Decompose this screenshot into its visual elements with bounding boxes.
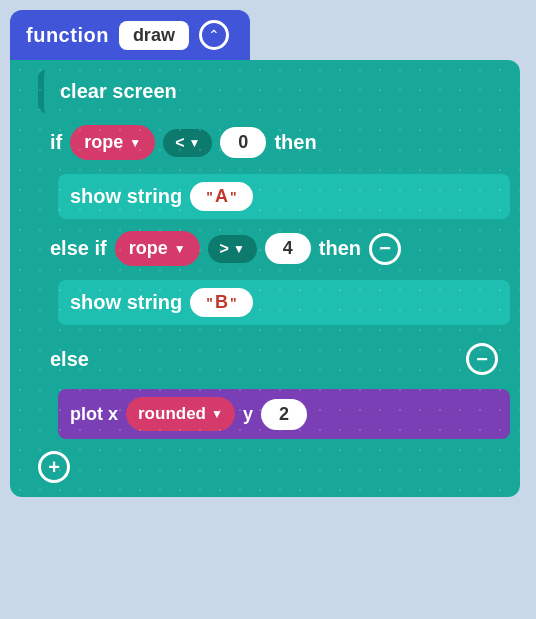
function-keyword: function	[26, 24, 109, 47]
quote-close-a: "	[230, 189, 237, 205]
rope-label-1: rope	[84, 132, 123, 153]
string-b-pill: " B "	[190, 288, 252, 317]
else-if-value[interactable]: 4	[265, 233, 311, 264]
function-header: function draw ⌃	[10, 10, 250, 60]
quote-open-a: "	[206, 189, 213, 205]
collapse-icon: ⌃	[208, 27, 220, 43]
rope-caret-2: ▼	[174, 242, 186, 256]
y-label: y	[243, 404, 253, 425]
rounded-dropdown[interactable]: rounded ▼	[126, 397, 235, 431]
else-block: else −	[38, 333, 510, 385]
clear-screen-label: clear screen	[60, 80, 177, 102]
quote-open-b: "	[206, 295, 213, 311]
lt-operator-label: <	[175, 134, 184, 152]
workspace: function draw ⌃ clear screen if rope ▼ <…	[10, 10, 526, 497]
string-b-value: B	[215, 292, 228, 313]
gt-operator-label: >	[220, 240, 229, 258]
rounded-caret: ▼	[211, 407, 223, 421]
rope-caret-1: ▼	[129, 136, 141, 150]
show-string-label-1: show string	[70, 185, 182, 208]
rope-dropdown-2[interactable]: rope ▼	[115, 231, 200, 266]
minus-icon-1: −	[379, 237, 391, 260]
string-a-pill: " A "	[190, 182, 252, 211]
remove-else-button[interactable]: −	[466, 343, 498, 375]
remove-else-if-button[interactable]: −	[369, 233, 401, 265]
rope-label-2: rope	[129, 238, 168, 259]
quote-close-b: "	[230, 295, 237, 311]
if-keyword: if	[50, 131, 62, 154]
rope-dropdown-1[interactable]: rope ▼	[70, 125, 155, 160]
add-button-row: +	[38, 443, 510, 487]
else-if-block: else if rope ▼ > ▼ 4 then −	[38, 223, 510, 274]
then-keyword-2: then	[319, 237, 361, 260]
minus-icon-2: −	[476, 348, 488, 371]
collapse-button[interactable]: ⌃	[199, 20, 229, 50]
gt-operator-dropdown[interactable]: > ▼	[208, 235, 257, 263]
function-name: draw	[119, 21, 189, 50]
plot-label: plot x	[70, 404, 118, 425]
string-a-value: A	[215, 186, 228, 207]
show-string-b-block: show string " B "	[58, 280, 510, 325]
else-if-keyword: else if	[50, 237, 107, 260]
show-string-label-2: show string	[70, 291, 182, 314]
main-block-container: clear screen if rope ▼ < ▼ 0 then show s…	[10, 60, 520, 497]
rounded-label: rounded	[138, 404, 206, 424]
if-value[interactable]: 0	[220, 127, 266, 158]
then-keyword-1: then	[274, 131, 316, 154]
plot-y-value[interactable]: 2	[261, 399, 307, 430]
show-string-a-block: show string " A "	[58, 174, 510, 219]
gt-caret: ▼	[233, 242, 245, 256]
if-block: if rope ▼ < ▼ 0 then	[38, 117, 510, 168]
lt-operator-dropdown[interactable]: < ▼	[163, 129, 212, 157]
else-keyword: else	[50, 348, 89, 371]
plot-block: plot x rounded ▼ y 2	[58, 389, 510, 439]
plus-icon: +	[48, 456, 60, 479]
add-block-button[interactable]: +	[38, 451, 70, 483]
lt-caret: ▼	[188, 136, 200, 150]
clear-screen-block: clear screen	[38, 70, 510, 113]
